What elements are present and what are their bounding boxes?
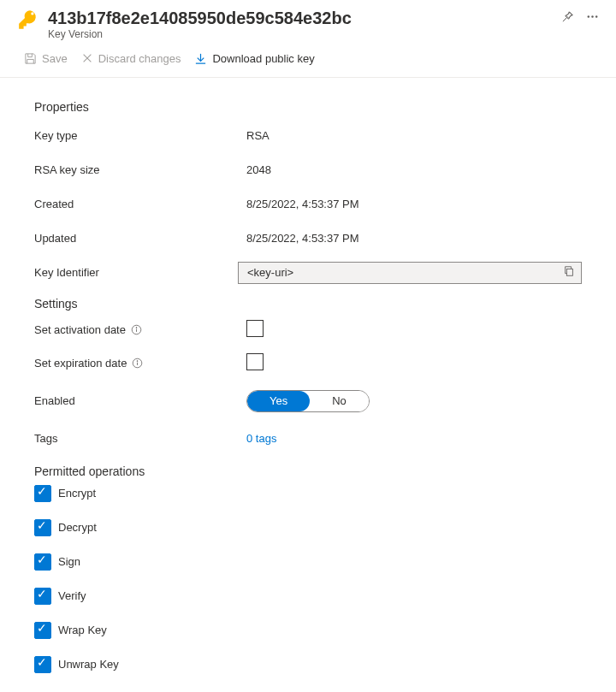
created-label: Created [34,198,246,210]
sign-label: Sign [58,555,80,568]
activation-date-label: Set activation date [34,323,126,336]
rsa-size-label: RSA key size [34,163,246,176]
svg-point-14 [137,361,138,362]
tags-label: Tags [34,432,246,445]
svg-point-3 [595,15,597,17]
activation-date-checkbox[interactable] [246,320,264,337]
unwrap-key-checkbox[interactable] [34,656,51,673]
download-label: Download public key [212,52,314,65]
settings-heading: Settings [34,297,582,311]
download-icon [194,52,207,65]
encrypt-checkbox[interactable] [34,485,51,502]
enabled-no-option[interactable]: No [310,391,369,411]
save-button[interactable]: Save [24,50,68,67]
verify-checkbox[interactable] [34,588,51,605]
enabled-yes-option[interactable]: Yes [247,391,310,411]
save-icon [24,52,37,65]
save-label: Save [42,52,68,65]
expiration-date-label: Set expiration date [34,357,127,370]
copy-button[interactable] [557,263,581,283]
info-icon[interactable] [132,358,143,369]
svg-rect-8 [566,269,572,275]
decrypt-checkbox[interactable] [34,519,51,536]
decrypt-label: Decrypt [58,521,97,534]
enabled-toggle: Yes No [246,390,370,412]
updated-value: 8/25/2022, 4:53:37 PM [246,232,582,245]
more-button[interactable] [586,10,599,26]
download-public-key-button[interactable]: Download public key [194,50,314,67]
svg-point-1 [588,15,589,17]
properties-heading: Properties [34,100,582,114]
enabled-label: Enabled [34,394,246,407]
updated-label: Updated [34,232,246,245]
permitted-operations-heading: Permitted operations [34,464,582,478]
copy-icon [563,265,575,280]
page-subtitle: Key Version [48,28,553,42]
info-icon[interactable] [131,324,142,335]
page-title: 413b17f8e2e14085950de59c584e32bc [48,7,553,29]
sign-checkbox[interactable] [34,553,51,571]
svg-point-2 [591,15,593,17]
rsa-size-value: 2048 [246,163,582,176]
key-type-label: Key type [34,129,246,142]
created-value: 8/25/2022, 4:53:37 PM [246,198,582,210]
svg-line-0 [563,18,566,21]
command-bar: Save Discard changes Download public key [0,49,616,78]
page-header: 413b17f8e2e14085950de59c584e32bc Key Ver… [0,0,616,49]
expiration-date-checkbox[interactable] [246,353,264,370]
unwrap-key-label: Unwrap Key [58,658,119,671]
close-icon [81,52,93,64]
svg-point-11 [136,328,137,328]
key-identifier-field [238,262,582,284]
tags-link[interactable]: 0 tags [246,432,276,445]
wrap-key-label: Wrap Key [58,624,107,636]
verify-label: Verify [58,589,86,602]
key-identifier-label: Key Identifier [34,266,238,279]
key-identifier-input[interactable] [239,266,557,279]
encrypt-label: Encrypt [58,487,96,500]
discard-label: Discard changes [98,52,181,65]
wrap-key-checkbox[interactable] [34,622,51,639]
pin-button[interactable] [561,10,574,26]
key-icon [17,9,39,33]
discard-button[interactable]: Discard changes [81,50,181,67]
key-type-value: RSA [246,129,582,142]
